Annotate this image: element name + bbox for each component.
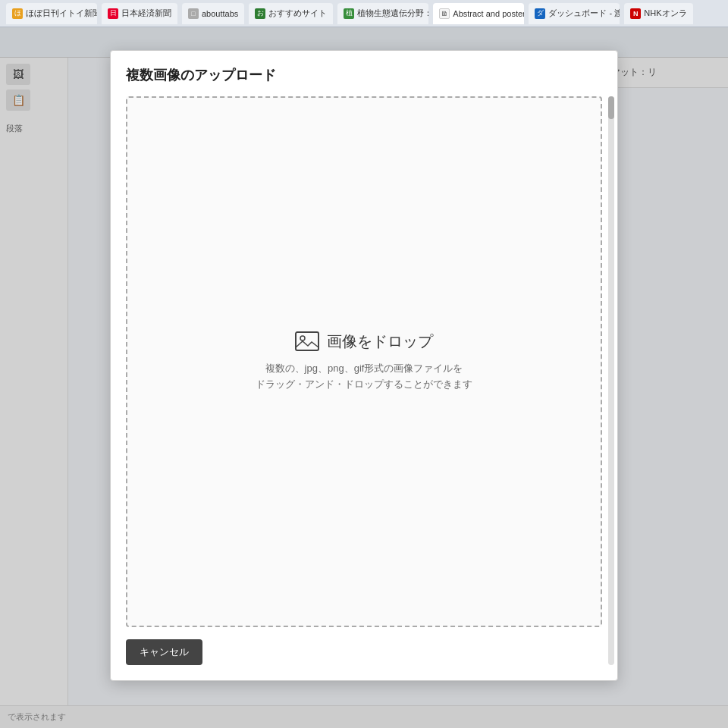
tab-dashboard-label: ダッシュボード - 渡辺研 bbox=[548, 8, 620, 19]
drop-zone-desc-line1: 複数の、jpg、png、gif形式の画像ファイルを bbox=[265, 362, 463, 374]
tab-abstract-label: Abstract and posters bbox=[453, 9, 524, 18]
tab-nikkei-icon: 日 bbox=[108, 8, 118, 19]
tab-nhk[interactable]: N NHKオンラ bbox=[624, 3, 692, 24]
modal-title: 複数画像のアップロード bbox=[126, 66, 602, 84]
tab-abouttabs-icon: □ bbox=[188, 8, 199, 19]
tab-abouttabs[interactable]: □ abouttabs bbox=[182, 3, 244, 24]
tab-dashboard[interactable]: ダ ダッシュボード - 渡辺研 bbox=[529, 3, 620, 24]
drop-zone-description: 複数の、jpg、png、gif形式の画像ファイルを ドラッグ・アンド・ドロップす… bbox=[256, 361, 472, 393]
cancel-button[interactable]: キャンセル bbox=[126, 639, 202, 665]
modal-scrollbar-thumb[interactable] bbox=[608, 96, 614, 119]
tab-nikkei[interactable]: 日 日本経済新聞 bbox=[102, 3, 177, 24]
modal-overlay: 複数画像のアップロード 画像をドロップ 複数の、jpg、png、gif形式の画像… bbox=[0, 27, 728, 728]
modal-scrollbar[interactable] bbox=[608, 96, 614, 665]
tab-abouttabs-label: abouttabs bbox=[202, 9, 238, 18]
tab-shokubutsu[interactable]: 植 植物生態遺伝分野： bbox=[337, 3, 428, 24]
tab-osusume-label: おすすめサイト bbox=[268, 8, 327, 19]
tab-hobonichi-icon: ほ bbox=[12, 8, 23, 19]
tab-nikkei-label: 日本経済新聞 bbox=[121, 8, 171, 19]
tab-nhk-label: NHKオンラ bbox=[644, 8, 686, 19]
drop-zone[interactable]: 画像をドロップ 複数の、jpg、png、gif形式の画像ファイルを ドラッグ・ア… bbox=[126, 96, 602, 627]
tab-abstract[interactable]: 🗎 Abstract and posters bbox=[433, 3, 524, 24]
browser-tab-bar: ほ ほぼ日刊イトイ新聞 日 日本経済新聞 □ abouttabs お おすすめサ… bbox=[0, 0, 728, 27]
drop-zone-icon-row: 画像をドロップ bbox=[295, 331, 433, 352]
drop-zone-desc-line2: ドラッグ・アンド・ドロップすることができます bbox=[256, 378, 472, 390]
tab-shokubutsu-icon: 植 bbox=[344, 8, 354, 19]
modal-footer: キャンセル bbox=[126, 639, 602, 665]
tab-hobonichi[interactable]: ほ ほぼ日刊イトイ新聞 bbox=[6, 3, 97, 24]
tab-shokubutsu-label: 植物生態遺伝分野： bbox=[357, 8, 428, 19]
tab-hobonichi-label: ほぼ日刊イトイ新聞 bbox=[26, 8, 97, 19]
drop-zone-title: 画像をドロップ bbox=[327, 331, 433, 352]
tab-osusume-icon: お bbox=[255, 8, 265, 19]
svg-point-1 bbox=[300, 336, 305, 340]
upload-modal: 複数画像のアップロード 画像をドロップ 複数の、jpg、png、gif形式の画像… bbox=[110, 50, 618, 681]
tab-abstract-icon: 🗎 bbox=[439, 8, 450, 19]
main-area: 🖼 📋 段落 フォーマット：リ で表示されます 複数画像のアップロード bbox=[0, 27, 728, 728]
image-icon bbox=[295, 331, 319, 352]
tab-osusume[interactable]: お おすすめサイト bbox=[249, 3, 333, 24]
svg-rect-0 bbox=[296, 332, 318, 350]
tab-dashboard-icon: ダ bbox=[535, 8, 545, 19]
tab-nhk-icon: N bbox=[630, 8, 641, 19]
